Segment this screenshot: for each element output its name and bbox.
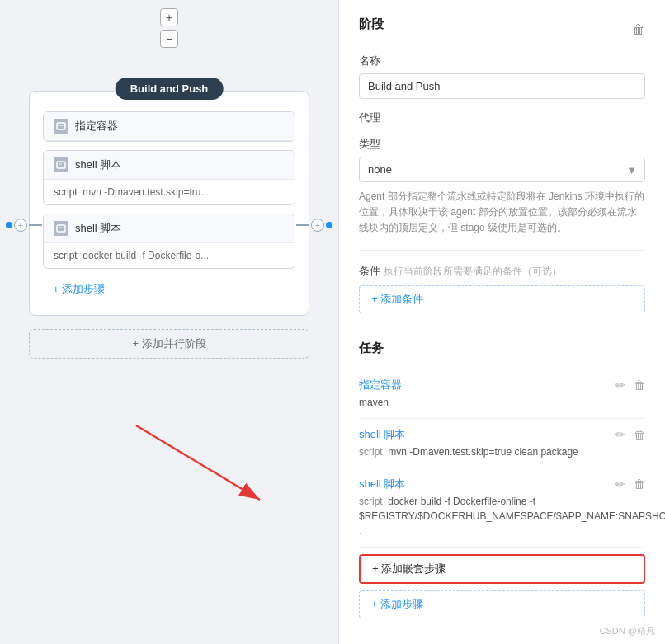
condition-label: 条件 执行当前阶段所需要满足的条件（可选） (359, 264, 645, 279)
task-item-shell1-title[interactable]: shell 脚本 (359, 427, 405, 442)
left-panel: + − + + Build and Push 指定容器 (0, 0, 338, 644)
conn-plus-right[interactable]: + (311, 219, 324, 232)
task-item-shell1-value: script mvn -Dmaven.test.skip=true clean … (359, 444, 645, 459)
conn-dot-left (6, 222, 12, 228)
task-shell2-value: docker build -f Dockerfile-o... (83, 250, 209, 261)
task-item-container-value: maven (359, 395, 645, 410)
type-select[interactable]: none any docker label (359, 157, 645, 182)
container-icon (54, 119, 68, 134)
task-item-shell1-key: script (359, 446, 383, 458)
task-item-shell1-edit[interactable]: ✏ (615, 428, 625, 441)
task-shell2-block: shell 脚本 script docker build -f Dockerfi… (43, 214, 295, 269)
stage-label[interactable]: Build and Push (116, 78, 224, 100)
task-shell1-value: mvn -Dmaven.test.skip=tru... (83, 186, 209, 198)
shell2-icon (54, 221, 68, 236)
name-input[interactable] (359, 73, 645, 99)
agent-description: Agent 部分指定整个流水线或特定阶段将在 Jenkins 环境中执行的位置，… (359, 189, 645, 237)
task-item-container-title[interactable]: 指定容器 (359, 378, 402, 393)
agent-label: 代理 (359, 110, 645, 125)
right-panel: 阶段 🗑 名称 代理 类型 none any docker label ▼ Ag… (338, 0, 665, 644)
condition-sublabel: 执行当前阶段所需要满足的条件（可选） (384, 266, 562, 277)
task-shell1-block: shell 脚本 script mvn -Dmaven.test.skip=tr… (43, 150, 295, 205)
delete-stage-button[interactable]: 🗑 (632, 22, 645, 37)
add-step-bottom-button[interactable]: + 添加步骤 (359, 590, 645, 618)
watermark: CSDN @靖凡 (600, 625, 655, 637)
top-controls: + − (160, 8, 178, 48)
task-item-container-actions: ✏ 🗑 (615, 378, 645, 392)
task-item-container-edit[interactable]: ✏ (615, 378, 625, 392)
section-title: 阶段 (359, 16, 384, 32)
divider-1 (359, 250, 645, 251)
stage-box: 指定容器 shell 脚本 script mvn -Dmaven.test.sk… (29, 91, 309, 316)
task-item-shell2-key: script (359, 496, 383, 507)
add-parallel-button[interactable]: + 添加并行阶段 (29, 329, 309, 359)
task-item-shell1-delete[interactable]: 🗑 (634, 428, 645, 441)
add-step-button[interactable]: + 添加步骤 (43, 277, 295, 302)
task-item-shell2-script: docker build -f Dockerfile-online -t $RE… (359, 496, 665, 537)
task-item-shell2-edit[interactable]: ✏ (615, 477, 625, 491)
task-container-title: 指定容器 (75, 119, 118, 134)
add-condition-button[interactable]: + 添加条件 (359, 285, 645, 313)
task-shell1-header: shell 脚本 (44, 151, 295, 180)
task-container-header: 指定容器 (44, 112, 295, 141)
add-nested-step-label: + 添加嵌套步骤 (372, 562, 446, 576)
task-item-shell2-delete[interactable]: 🗑 (634, 477, 645, 491)
task-container-block: 指定容器 (43, 111, 295, 142)
task-item-container: 指定容器 ✏ 🗑 maven (359, 369, 645, 419)
section-header: 阶段 🗑 (359, 16, 645, 42)
type-select-wrapper: none any docker label ▼ (359, 157, 645, 182)
add-nested-step-button[interactable]: + 添加嵌套步骤 (359, 554, 645, 584)
task-shell1-key: script (54, 186, 78, 198)
task-shell2-key: script (54, 250, 78, 261)
task-item-container-delete[interactable]: 🗑 (634, 378, 645, 392)
task-item-shell1: shell 脚本 ✏ 🗑 script mvn -Dmaven.test.ski… (359, 419, 645, 468)
red-arrow (128, 417, 276, 516)
stage-container: + + Build and Push 指定容器 (29, 91, 309, 359)
svg-rect-4 (57, 225, 65, 232)
task-item-shell1-actions: ✏ 🗑 (615, 428, 645, 441)
minus-button[interactable]: − (160, 30, 178, 48)
task-shell2-header: shell 脚本 (44, 214, 295, 243)
svg-rect-0 (57, 123, 65, 129)
type-label: 类型 (359, 137, 645, 152)
task-item-shell2: shell 脚本 ✏ 🗑 script docker build -f Dock… (359, 468, 645, 548)
svg-rect-2 (57, 162, 65, 168)
task-item-shell2-title[interactable]: shell 脚本 (359, 477, 405, 491)
task-shell2-title: shell 脚本 (75, 221, 121, 236)
right-connector: + (296, 219, 332, 232)
task-shell1-title: shell 脚本 (75, 157, 121, 172)
conn-dot-right (326, 222, 332, 228)
plus-button[interactable]: + (160, 8, 178, 26)
name-label: 名称 (359, 54, 645, 68)
task-shell2-content: script docker build -f Dockerfile-o... (44, 243, 295, 268)
conn-line-left (29, 224, 42, 226)
conn-plus-left[interactable]: + (14, 219, 27, 232)
shell1-icon (54, 157, 68, 172)
tasks-section: 指定容器 ✏ 🗑 maven shell 脚本 ✏ 🗑 script mvn -… (359, 369, 645, 548)
task-item-shell2-value: script docker build -f Dockerfile-online… (359, 494, 645, 538)
task-item-shell2-header: shell 脚本 ✏ 🗑 (359, 477, 645, 491)
task-shell1-content: script mvn -Dmaven.test.skip=tru... (44, 180, 295, 204)
divider-2 (359, 327, 645, 327)
condition-title: 条件 (359, 265, 380, 277)
task-item-shell1-header: shell 脚本 ✏ 🗑 (359, 427, 645, 442)
task-item-shell2-actions: ✏ 🗑 (615, 477, 645, 491)
left-connector: + (6, 219, 42, 232)
task-item-container-header: 指定容器 ✏ 🗑 (359, 378, 645, 393)
tasks-title: 任务 (359, 341, 645, 356)
conn-line-right (296, 224, 309, 226)
task-item-shell1-script: mvn -Dmaven.test.skip=true clean package (388, 446, 578, 458)
